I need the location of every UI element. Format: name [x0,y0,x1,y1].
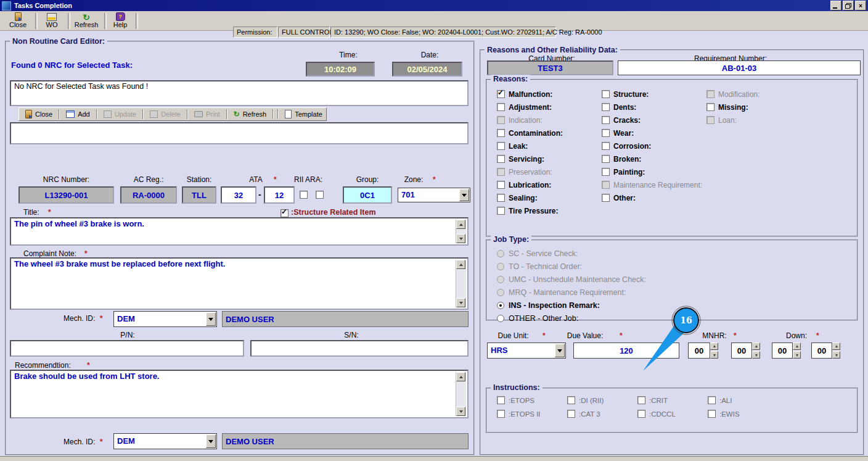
arrow-down-icon [459,302,463,306]
corrosion-checkbox[interactable] [602,142,610,150]
sealing-checkbox[interactable] [497,194,505,202]
minimize-button[interactable] [830,1,841,10]
complaint-textarea[interactable]: The wheel #3 brake must be replaced befo… [10,257,469,310]
missing-checkbox[interactable] [706,103,714,111]
adjustment-checkbox[interactable] [497,103,505,111]
reason-item[interactable]: Adjustment: [497,101,563,114]
scroll-up-button[interactable] [456,260,465,269]
nrc-detail-box[interactable] [10,122,469,144]
scroll-down-button[interactable] [456,298,465,307]
title-scrollbar[interactable] [456,220,466,243]
contamination-checkbox[interactable] [497,129,505,137]
lubrication-checkbox[interactable] [497,181,505,189]
mini-close-button[interactable]: Close [22,108,56,120]
ata-required-marker: * [274,175,277,184]
dents-checkbox[interactable] [602,103,610,111]
down-minutes-input[interactable]: 00 [811,343,832,359]
reason-item[interactable]: Painting: [602,165,702,178]
malfunction-checkbox[interactable]: ✓ [497,90,505,98]
close-window-button[interactable]: × [855,1,866,10]
reason-item[interactable]: Servicing: [497,152,563,165]
mech-id2-dropdown-button[interactable] [206,434,216,448]
mech-id2-combo[interactable]: DEM [113,433,217,449]
close-button[interactable]: Close [2,12,33,29]
spin-down-button[interactable] [832,351,840,359]
title-textarea[interactable]: The pin of wheel #3 brake is worn. [10,217,469,246]
down-minutes-spinner[interactable] [832,343,840,359]
recommendation-textarea[interactable]: Brake should be used from LHT store. [10,370,469,418]
reason-item[interactable]: Missing: [706,101,760,114]
reason-item[interactable]: Lubrication: [497,178,563,191]
ata-major-input[interactable]: 32 [221,186,256,204]
pn-input[interactable] [10,340,244,357]
mech-id-dropdown-button[interactable] [206,312,216,326]
spin-up-button[interactable] [832,343,840,350]
due-unit-dropdown-button[interactable] [555,344,565,357]
spin-down-button[interactable] [793,351,801,359]
reason-item[interactable]: Wear: [602,127,702,139]
refresh-button[interactable]: ↻ Refresh [70,12,102,29]
spin-down-button[interactable] [710,351,718,359]
servicing-checkbox[interactable] [497,155,505,163]
sn-input[interactable] [250,340,469,357]
other-checkbox[interactable] [602,194,610,202]
down-hours-spinner[interactable] [793,343,801,359]
mnhr-minutes-input[interactable]: 00 [731,343,752,359]
ins-radio[interactable] [497,302,504,309]
requirement-number-input[interactable]: AB-01-03 [618,60,861,75]
mrq-radio [497,289,504,296]
tire-pressure-checkbox[interactable] [497,207,505,215]
spin-down-button[interactable] [752,351,760,359]
mnhr-minutes-spinner[interactable] [752,343,760,359]
restore-button[interactable] [843,1,854,10]
mini-template-button[interactable]: Template [281,108,326,120]
rii-checkbox[interactable] [300,191,308,199]
reason-item[interactable]: Leak: [497,139,563,152]
scroll-down-button[interactable] [456,234,465,243]
painting-checkbox[interactable] [602,168,610,176]
wear-checkbox[interactable] [602,129,610,137]
structure-checkbox[interactable] [602,90,610,98]
ara-checkbox[interactable] [316,191,324,199]
mini-refresh-button[interactable]: ↻ Refresh [230,108,271,120]
spin-up-button[interactable] [752,343,760,350]
reason-item[interactable]: ✓Malfunction: [497,88,563,101]
scroll-up-button[interactable] [456,372,465,381]
spin-up-button[interactable] [793,343,801,350]
reason-item[interactable]: Broken: [602,152,702,165]
down-hours-input[interactable]: 00 [772,343,793,359]
broken-checkbox[interactable] [602,155,610,163]
reason-item[interactable]: Sealing: [497,191,563,204]
job-type-option[interactable]: OTHER - Other Job: [497,312,646,325]
mech-id-combo[interactable]: DEM [113,311,217,327]
zone-combo[interactable]: 701 [398,188,470,202]
reason-item[interactable]: Other: [602,191,702,204]
recommendation-scrollbar[interactable] [456,372,466,416]
reason-item[interactable]: Contamination: [497,127,563,139]
arrow-down-icon [713,354,716,358]
job-type-option[interactable]: INS - Inspection Remark: [497,299,646,312]
ata-minor-input[interactable]: 12 [264,186,295,204]
reason-item[interactable]: Dents: [602,101,702,114]
chevron-down-icon [208,440,213,446]
scroll-up-button[interactable] [456,220,465,229]
nrc-list-box[interactable]: No NRC for Selected Task was Found ! [10,80,469,106]
reason-item[interactable]: Cracks: [602,114,702,127]
other-job-radio[interactable] [497,315,504,322]
scroll-down-button[interactable] [456,407,465,416]
mnhr-hours-spinner[interactable] [710,343,718,359]
cracks-checkbox[interactable] [602,116,610,124]
spin-up-button[interactable] [710,343,718,350]
help-button[interactable]: ? Help [107,12,134,29]
reason-item[interactable]: Corrosion: [602,139,702,152]
zone-dropdown-button[interactable] [459,189,469,201]
reason-item[interactable]: Tire Pressure: [497,204,563,217]
title-text: The pin of wheel #3 brake is worn. [14,219,144,228]
due-unit-combo[interactable]: HRS [487,343,566,359]
mini-add-button[interactable]: Add [62,108,94,120]
reason-item[interactable]: Structure: [602,88,702,101]
wo-button[interactable]: WO [38,12,66,29]
leak-checkbox[interactable] [497,142,505,150]
complaint-scrollbar[interactable] [456,260,466,307]
structure-related-checkbox[interactable]: ✓ [280,209,289,217]
